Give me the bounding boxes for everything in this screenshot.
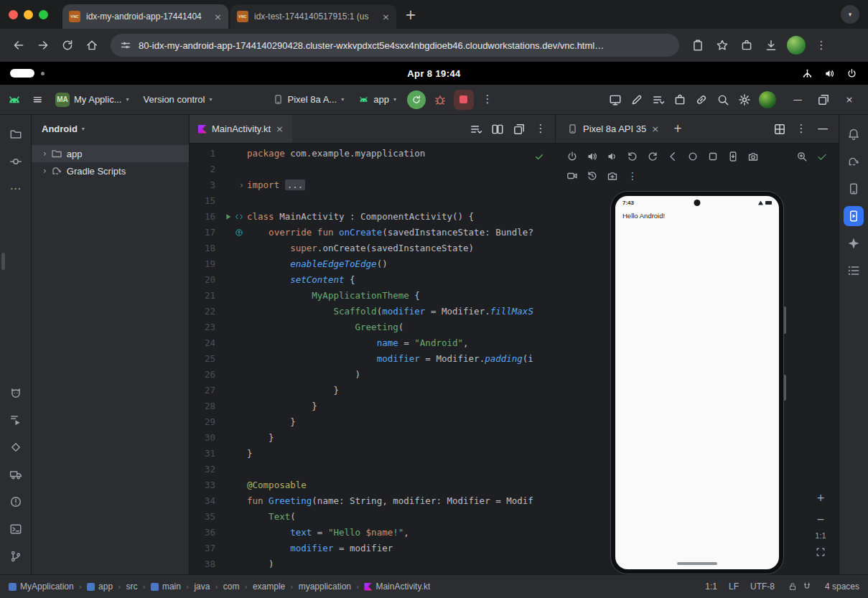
line-number[interactable]: 29	[190, 414, 215, 430]
panel-options-kebab[interactable]: ⋮	[791, 119, 811, 139]
device-selector[interactable]: Pixel 8a A... ▾	[266, 89, 351, 111]
line-number[interactable]: 19	[190, 256, 215, 272]
add-device-tab-button[interactable]: +	[668, 119, 688, 139]
line-number[interactable]: 34	[190, 493, 215, 509]
minimize-window-icon[interactable]: —	[788, 90, 808, 110]
commit-tool-icon[interactable]	[6, 151, 26, 172]
run-config-selector[interactable]: app ▾	[352, 89, 403, 111]
debug-button[interactable]	[430, 90, 450, 110]
line-number[interactable]: 28	[190, 398, 215, 414]
breadcrumb-item[interactable]: example	[253, 581, 285, 592]
downloads-icon[interactable]	[760, 34, 783, 57]
settings-gear-icon[interactable]	[734, 90, 755, 110]
terminal-icon[interactable]	[6, 519, 26, 539]
reload-icon[interactable]	[56, 34, 79, 57]
run-gutter-icon[interactable]	[224, 212, 233, 221]
line-number[interactable]: 16	[190, 209, 215, 225]
indent-setting[interactable]: 4 spaces	[825, 581, 859, 592]
back-icon[interactable]	[7, 34, 30, 57]
line-number[interactable]: 35	[190, 509, 215, 525]
rerun-button[interactable]	[407, 90, 426, 109]
split-editor-icon[interactable]	[487, 119, 508, 139]
line-number[interactable]: 33	[190, 477, 215, 493]
rotate-left-icon[interactable]	[623, 147, 642, 166]
line-number[interactable]: 1	[190, 146, 215, 162]
running-devices-icon[interactable]	[844, 206, 864, 226]
extensions-icon[interactable]	[735, 34, 758, 57]
caret-position[interactable]: 1:1	[705, 581, 717, 592]
problems-icon[interactable]	[6, 492, 26, 512]
pen-icon[interactable]	[627, 90, 647, 110]
vcs-widget[interactable]: Version control ▾	[136, 89, 218, 111]
line-number[interactable]: 23	[190, 319, 215, 335]
line-number[interactable]: 15	[190, 193, 215, 209]
breadcrumb-item[interactable]: com	[223, 581, 240, 592]
tree-item-app[interactable]: ›app	[32, 145, 189, 162]
volume-icon[interactable]	[823, 67, 836, 80]
device-tab-close-icon[interactable]: ×	[651, 124, 659, 134]
tab-close-icon[interactable]: ×	[214, 12, 222, 22]
line-separator[interactable]: LF	[729, 581, 739, 592]
line-number[interactable]: 26	[190, 367, 215, 383]
new-tab-button[interactable]: +	[405, 8, 416, 22]
snapshot-camera-icon[interactable]	[603, 167, 622, 185]
screen-record-icon[interactable]	[563, 167, 582, 185]
magnet-icon[interactable]	[801, 580, 813, 593]
bookmark-star-icon[interactable]	[711, 34, 734, 57]
git-tool-icon[interactable]	[6, 546, 26, 566]
inspections-ok-icon[interactable]	[532, 149, 546, 164]
zoom-controls-icon[interactable]	[793, 147, 811, 166]
expand-chevron-icon[interactable]: ›	[43, 149, 47, 158]
breadcrumb-item[interactable]: MyApplication	[9, 581, 74, 592]
minimize-window-button[interactable]	[24, 10, 33, 19]
home-icon[interactable]	[80, 34, 103, 57]
line-number[interactable]: 25	[190, 351, 215, 367]
run-options-kebab[interactable]: ⋮	[477, 90, 498, 110]
device-tab[interactable]: Pixel 8a API 35 ×	[561, 123, 665, 134]
back-button-icon[interactable]	[663, 147, 682, 166]
project-selector[interactable]: MA My Applic... ▾	[49, 89, 135, 111]
fullscreen-window-button[interactable]	[39, 10, 48, 19]
camera-icon[interactable]	[744, 147, 762, 166]
breadcrumb-item[interactable]: app	[87, 581, 113, 592]
restore-window-icon[interactable]	[813, 90, 834, 110]
copy-link-icon[interactable]	[686, 34, 709, 57]
phone-screen[interactable]: 7:43 Hello Android!	[615, 196, 779, 569]
build-variants-icon[interactable]	[6, 437, 26, 457]
rotate-right-icon[interactable]	[643, 147, 662, 166]
forward-icon[interactable]	[32, 34, 55, 57]
zoom-fit-button[interactable]	[811, 543, 830, 561]
fold-chevron-icon[interactable]: ›	[240, 181, 243, 190]
profile-avatar[interactable]	[787, 36, 806, 55]
logcat-icon[interactable]	[6, 383, 26, 403]
file-encoding[interactable]: UTF-8	[750, 581, 775, 592]
snapshot-restore-icon[interactable]	[583, 167, 602, 185]
ready-check-icon[interactable]	[813, 147, 831, 166]
zoom-in-button[interactable]: +	[811, 488, 830, 507]
breadcrumb-item[interactable]: main	[151, 581, 181, 592]
user-avatar[interactable]	[759, 91, 776, 108]
address-bar[interactable]: 80-idx-my-android-app-1744140290428.clus…	[111, 34, 679, 57]
tab-search-button[interactable]: ▾	[841, 5, 859, 24]
breadcrumb-item[interactable]: src	[126, 581, 138, 592]
device-explorer-icon[interactable]	[844, 179, 864, 199]
override-gutter-icon[interactable]	[235, 228, 243, 237]
network-tree-icon[interactable]	[801, 67, 813, 80]
notifications-bell-icon[interactable]	[844, 124, 864, 144]
tool-window-drag-handle[interactable]	[1, 253, 5, 270]
structure-icon[interactable]	[844, 261, 864, 281]
volume-down-icon[interactable]	[603, 147, 622, 166]
browser-menu-kebab[interactable]: ⋮	[810, 34, 833, 57]
line-number[interactable]: 24	[190, 335, 215, 351]
line-number[interactable]: 2	[190, 162, 215, 177]
line-number[interactable]: 20	[190, 272, 215, 288]
device-manager-icon[interactable]	[6, 464, 26, 485]
expand-chevron-icon[interactable]: ›	[43, 167, 47, 175]
detach-editor-icon[interactable]	[509, 119, 529, 139]
code-editor[interactable]: 1package com.example.myapplication23›imp…	[190, 144, 555, 574]
editor-options-kebab[interactable]: ⋮	[531, 119, 551, 139]
line-number[interactable]: 21	[190, 288, 215, 304]
browser-tab[interactable]: VNCidx-my-android-app-17441404×	[62, 4, 228, 29]
power-icon[interactable]	[845, 67, 858, 80]
close-window-icon[interactable]: ×	[839, 90, 859, 110]
